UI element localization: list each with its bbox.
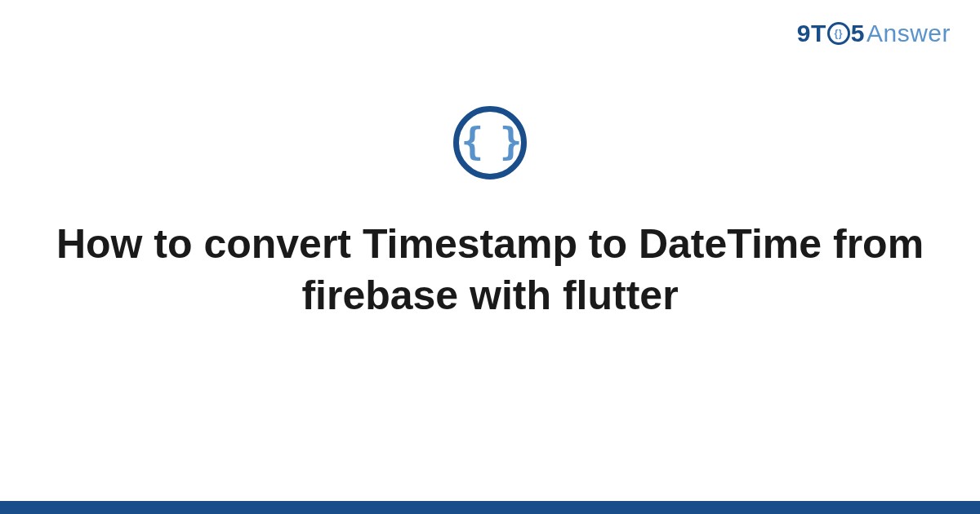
logo-text-5: 5 [851, 20, 865, 47]
site-logo: 9T {} 5 Answer [797, 20, 951, 47]
category-icon: { } [453, 106, 527, 179]
page-title: How to convert Timestamp to DateTime fro… [49, 219, 931, 321]
main-content: { } How to convert Timestamp to DateTime… [0, 106, 980, 321]
logo-circle-icon: {} [827, 22, 850, 45]
logo-text-9t: 9T [797, 20, 826, 47]
footer-bar [0, 501, 980, 514]
braces-icon: { } [461, 122, 519, 160]
logo-text-answer: Answer [866, 20, 951, 47]
